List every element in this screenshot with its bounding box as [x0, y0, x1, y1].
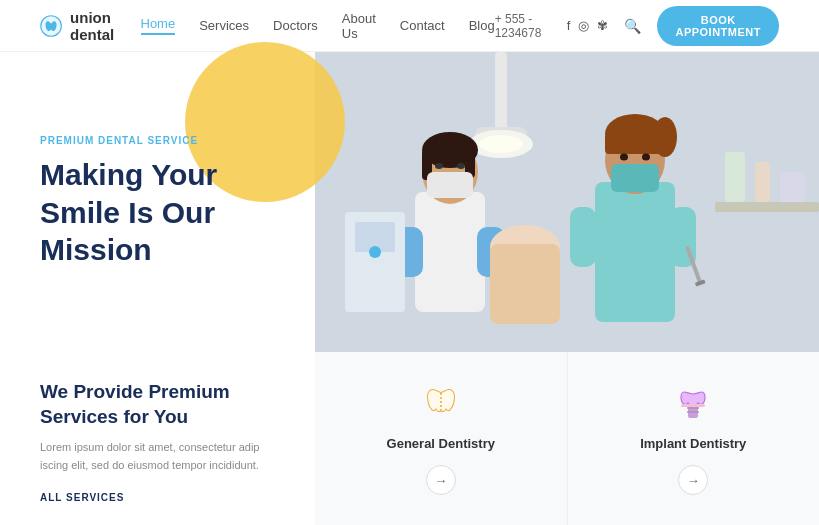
svg-point-7: [479, 135, 523, 153]
svg-rect-13: [427, 172, 473, 198]
svg-point-25: [653, 117, 677, 157]
nav-home[interactable]: Home: [141, 16, 176, 35]
search-icon[interactable]: 🔍: [624, 18, 641, 34]
svg-rect-36: [725, 152, 745, 202]
header-right: + 555 - 1234678 f ◎ ✾ 🔍 BOOK APPOINTMENT: [495, 6, 779, 46]
services-description: Lorem ipsum dolor sit amet, consectetur …: [40, 439, 275, 474]
social-icons: f ◎ ✾: [567, 18, 609, 33]
nav-about[interactable]: About Us: [342, 11, 376, 41]
all-services-link[interactable]: ALL SERVICES: [40, 492, 124, 503]
logo-text: union dental: [70, 9, 140, 43]
svg-point-24: [642, 154, 650, 161]
instagram-icon[interactable]: ◎: [578, 18, 589, 33]
nav-blog[interactable]: Blog: [469, 18, 495, 33]
general-dentistry-label: General Dentistry: [387, 436, 495, 451]
bottom-left: We Provide Premium Services for You Lore…: [0, 352, 315, 525]
svg-point-34: [369, 246, 381, 258]
svg-rect-44: [681, 404, 705, 407]
general-dentistry-arrow[interactable]: →: [426, 465, 456, 495]
svg-rect-42: [687, 407, 699, 409]
svg-rect-22: [611, 164, 659, 192]
svg-rect-4: [495, 52, 507, 132]
facebook-icon[interactable]: f: [567, 18, 571, 33]
svg-rect-38: [780, 172, 805, 202]
svg-rect-31: [490, 244, 560, 324]
service-card-implant: Implant Dentistry →: [567, 352, 820, 525]
services-title: We Provide Premium Services for You: [40, 380, 275, 429]
hero-badge: PREMIUM DENTAL SERVICE: [40, 135, 275, 146]
svg-rect-18: [595, 182, 675, 322]
svg-rect-43: [687, 411, 699, 413]
nav-services[interactable]: Services: [199, 18, 249, 33]
hero-section: PREMIUM DENTAL SERVICE Making Your Smile…: [0, 52, 819, 352]
hero-title: Making Your Smile Is Our Mission: [40, 156, 275, 269]
nav-doctors[interactable]: Doctors: [273, 18, 318, 33]
book-appointment-button[interactable]: BOOK APPOINTMENT: [657, 6, 779, 46]
header: union dental Home Services Doctors About…: [0, 0, 819, 52]
service-cards: General Dentistry → Implant Dentistry →: [315, 352, 819, 525]
general-dentistry-icon: [419, 382, 463, 426]
implant-dentistry-arrow[interactable]: →: [678, 465, 708, 495]
implant-dentistry-icon: [671, 382, 715, 426]
svg-rect-35: [715, 202, 819, 212]
main-nav: Home Services Doctors About Us Contact B…: [141, 11, 495, 41]
logo-icon: [40, 12, 62, 40]
hero-image: [315, 52, 819, 352]
svg-rect-8: [415, 192, 485, 312]
phone-number: + 555 - 1234678: [495, 12, 551, 40]
service-card-general: General Dentistry →: [315, 352, 567, 525]
yelp-icon[interactable]: ✾: [597, 18, 608, 33]
logo: union dental: [40, 9, 141, 43]
hero-illustration: [315, 52, 819, 352]
hero-left: PREMIUM DENTAL SERVICE Making Your Smile…: [0, 52, 315, 352]
svg-point-15: [457, 163, 465, 169]
nav-contact[interactable]: Contact: [400, 18, 445, 33]
implant-dentistry-label: Implant Dentistry: [640, 436, 746, 451]
svg-rect-27: [570, 207, 596, 267]
svg-point-23: [620, 154, 628, 161]
svg-point-14: [435, 163, 443, 169]
bottom-section: We Provide Premium Services for You Lore…: [0, 352, 819, 525]
svg-rect-37: [755, 162, 770, 202]
